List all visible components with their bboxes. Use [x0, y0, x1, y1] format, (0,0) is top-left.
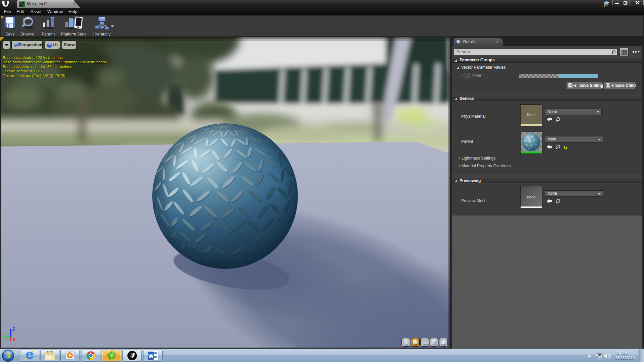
svg-text:X: X [12, 337, 15, 342]
svg-text:Y: Y [4, 332, 7, 337]
svg-text:W: W [148, 353, 154, 359]
svg-text:Z: Z [12, 326, 15, 331]
